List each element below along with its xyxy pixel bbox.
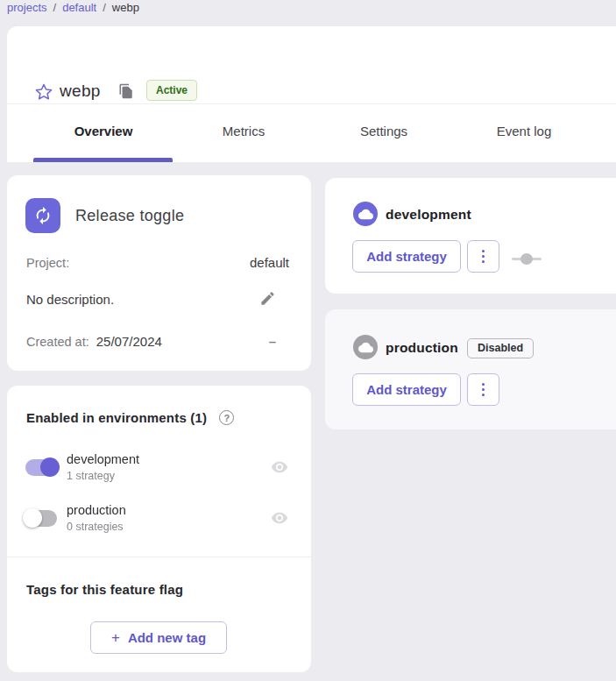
- kebab-dot: [482, 250, 485, 253]
- environment-menu-button[interactable]: [467, 373, 499, 406]
- breadcrumb-link-default[interactable]: default: [62, 1, 96, 14]
- add-new-tag-button[interactable]: + Add new tag: [90, 621, 227, 654]
- feature-type-label: Release toggle: [75, 207, 184, 225]
- edit-description-icon[interactable]: [259, 290, 277, 308]
- status-badge: Active: [146, 80, 197, 101]
- production-toggle[interactable]: [25, 510, 57, 527]
- created-at-row: Created at: 25/07/2024 –: [26, 334, 276, 349]
- created-at-label: Created at:: [26, 335, 89, 349]
- add-new-tag-label: Add new tag: [128, 630, 206, 645]
- card-divider: [7, 557, 311, 557]
- production-strategies-panel: production Disabled Add strategy: [325, 309, 616, 429]
- kebab-dot: [482, 255, 485, 259]
- project-value: default: [250, 255, 289, 270]
- kebab-dot: [482, 260, 485, 264]
- add-strategy-button[interactable]: Add strategy: [352, 240, 461, 273]
- development-toggle[interactable]: [25, 459, 57, 476]
- copy-name-icon[interactable]: [118, 83, 136, 101]
- strategy-connector-icon: [512, 253, 542, 265]
- kebab-dot: [482, 383, 485, 387]
- toggle-knob: [40, 458, 60, 477]
- project-row: Project: default: [26, 255, 289, 270]
- panel-environment-name: development: [386, 207, 471, 223]
- page-title: webp: [60, 82, 101, 101]
- cloud-icon: [353, 335, 378, 359]
- breadcrumb-separator: /: [53, 1, 57, 14]
- environment-strategy-count: 0 strategies: [67, 521, 126, 533]
- breadcrumb-link-projects[interactable]: projects: [7, 1, 47, 14]
- feature-title-row: webp Active: [7, 26, 616, 103]
- preview-eye-icon[interactable]: [271, 458, 288, 476]
- feature-details-card: Release toggle Project: default No descr…: [7, 175, 311, 371]
- release-toggle-icon: [25, 198, 60, 233]
- tab-overview[interactable]: Overview: [33, 103, 173, 158]
- environment-row-production: production 0 strategies: [25, 499, 288, 537]
- environment-strategy-count: 1 strategy: [67, 470, 139, 482]
- cloud-icon: [353, 202, 378, 226]
- breadcrumb: projects / default / webp: [7, 1, 139, 14]
- tags-section-title: Tags for this feature flag: [26, 582, 183, 597]
- plus-icon: +: [111, 629, 120, 647]
- kebab-dot: [482, 394, 485, 397]
- help-icon[interactable]: ?: [219, 410, 234, 425]
- tab-event-log[interactable]: Event log: [454, 103, 594, 158]
- breadcrumb-current: webp: [112, 1, 139, 14]
- project-label: Project:: [26, 256, 69, 270]
- environment-name: development: [67, 452, 139, 466]
- tab-metrics[interactable]: Metrics: [173, 103, 314, 158]
- environment-menu-button[interactable]: [467, 240, 499, 273]
- favorite-star-icon[interactable]: [32, 80, 56, 104]
- environments-card: Enabled in environments (1) ? developmen…: [7, 386, 311, 672]
- preview-eye-icon[interactable]: [271, 509, 288, 527]
- environment-row-development: development 1 strategy: [25, 448, 288, 486]
- created-at-value: 25/07/2024: [96, 334, 162, 349]
- description-row: No description.: [26, 290, 277, 308]
- active-tab-indicator: [33, 158, 173, 162]
- breadcrumb-separator: /: [103, 1, 106, 14]
- description-text: No description.: [26, 292, 114, 307]
- environments-card-title: Enabled in environments (1): [26, 410, 207, 425]
- panel-environment-name: production: [386, 340, 458, 356]
- toggle-knob: [23, 508, 42, 528]
- feature-header-card: webp Active Overview Metrics Settings Ev…: [7, 26, 616, 162]
- disabled-chip: Disabled: [467, 338, 534, 358]
- tab-settings[interactable]: Settings: [314, 103, 454, 158]
- collapse-details-button[interactable]: –: [269, 334, 276, 349]
- development-strategies-panel: development Add strategy: [325, 178, 616, 294]
- environment-name: production: [67, 503, 126, 517]
- add-strategy-button[interactable]: Add strategy: [352, 373, 461, 406]
- kebab-dot: [482, 388, 485, 392]
